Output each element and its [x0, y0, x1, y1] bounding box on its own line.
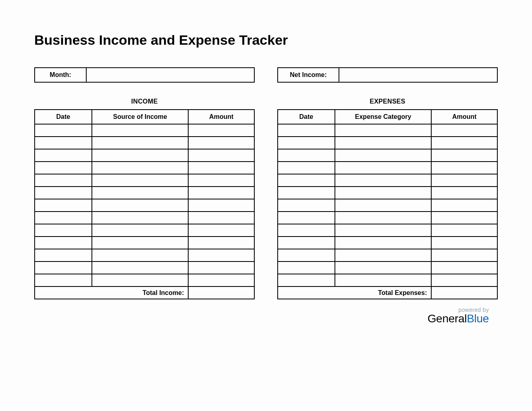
table-row: [35, 124, 254, 137]
table-row: [35, 237, 254, 249]
expenses-cell-desc[interactable]: [335, 162, 432, 174]
expenses-cell-amount[interactable]: [431, 124, 497, 137]
month-label: Month:: [35, 68, 87, 82]
income-cell-amount[interactable]: [188, 174, 254, 187]
table-row: [278, 187, 497, 199]
net-income-box: Net Income:: [277, 67, 498, 83]
income-cell-desc[interactable]: [92, 199, 189, 212]
income-cell-amount[interactable]: [188, 274, 254, 286]
expenses-cell-date[interactable]: [278, 174, 335, 187]
income-cell-amount[interactable]: [188, 249, 254, 262]
income-cell-date[interactable]: [35, 249, 92, 262]
expenses-cell-date[interactable]: [278, 149, 335, 162]
income-cell-desc[interactable]: [92, 212, 189, 224]
expenses-cell-date[interactable]: [278, 262, 335, 274]
expenses-cell-desc[interactable]: [335, 274, 432, 286]
income-cell-desc[interactable]: [92, 174, 189, 187]
income-cell-date[interactable]: [35, 124, 92, 137]
income-total-label: Total Income:: [35, 286, 188, 299]
expenses-cell-amount[interactable]: [431, 137, 497, 149]
table-row: [35, 212, 254, 224]
expenses-cell-desc[interactable]: [335, 199, 432, 212]
table-row: [35, 199, 254, 212]
income-cell-desc[interactable]: [92, 237, 189, 249]
income-cell-desc[interactable]: [92, 249, 189, 262]
expenses-cell-desc[interactable]: [335, 262, 432, 274]
expenses-cell-amount[interactable]: [431, 199, 497, 212]
income-total-row: Total Income:: [35, 286, 254, 299]
expenses-cell-amount[interactable]: [431, 149, 497, 162]
expenses-cell-amount[interactable]: [431, 249, 497, 262]
expenses-cell-amount[interactable]: [431, 187, 497, 199]
income-cell-desc[interactable]: [92, 262, 189, 274]
income-cell-amount[interactable]: [188, 162, 254, 174]
income-cell-date[interactable]: [35, 149, 92, 162]
income-cell-desc[interactable]: [92, 149, 189, 162]
expenses-total-value[interactable]: [431, 286, 497, 299]
income-cell-amount[interactable]: [188, 124, 254, 137]
expenses-cell-amount[interactable]: [431, 274, 497, 286]
income-cell-amount[interactable]: [188, 237, 254, 249]
income-cell-date[interactable]: [35, 137, 92, 149]
expenses-cell-date[interactable]: [278, 187, 335, 199]
expenses-cell-desc[interactable]: [335, 224, 432, 237]
expenses-cell-date[interactable]: [278, 237, 335, 249]
expenses-cell-date[interactable]: [278, 137, 335, 149]
income-cell-amount[interactable]: [188, 149, 254, 162]
expenses-col-category: Expense Category: [335, 110, 432, 124]
expenses-cell-desc[interactable]: [335, 174, 432, 187]
expenses-cell-amount[interactable]: [431, 212, 497, 224]
expenses-cell-desc[interactable]: [335, 237, 432, 249]
income-total-value[interactable]: [188, 286, 254, 299]
expenses-cell-desc[interactable]: [335, 137, 432, 149]
income-cell-date[interactable]: [35, 212, 92, 224]
month-value[interactable]: [87, 68, 254, 82]
income-cell-desc[interactable]: [92, 137, 189, 149]
income-cell-amount[interactable]: [188, 212, 254, 224]
income-cell-desc[interactable]: [92, 224, 189, 237]
table-row: [35, 174, 254, 187]
income-cell-desc[interactable]: [92, 187, 189, 199]
expenses-cell-date[interactable]: [278, 199, 335, 212]
brand-part2: Blue: [467, 312, 489, 325]
expenses-cell-desc[interactable]: [335, 249, 432, 262]
income-cell-desc[interactable]: [92, 274, 189, 286]
income-cell-amount[interactable]: [188, 187, 254, 199]
expenses-total-row: Total Expenses:: [278, 286, 497, 299]
income-cell-amount[interactable]: [188, 137, 254, 149]
income-cell-date[interactable]: [35, 174, 92, 187]
expenses-col-amount: Amount: [431, 110, 497, 124]
income-cell-date[interactable]: [35, 199, 92, 212]
expenses-cell-date[interactable]: [278, 162, 335, 174]
expenses-cell-date[interactable]: [278, 274, 335, 286]
income-cell-amount[interactable]: [188, 262, 254, 274]
income-cell-date[interactable]: [35, 224, 92, 237]
expenses-cell-amount[interactable]: [431, 237, 497, 249]
net-income-value[interactable]: [339, 68, 497, 82]
table-row: [278, 199, 497, 212]
expenses-cell-date[interactable]: [278, 224, 335, 237]
expenses-cell-date[interactable]: [278, 249, 335, 262]
expenses-cell-amount[interactable]: [431, 224, 497, 237]
income-cell-desc[interactable]: [92, 162, 189, 174]
income-cell-date[interactable]: [35, 274, 92, 286]
expenses-cell-amount[interactable]: [431, 262, 497, 274]
expenses-cell-amount[interactable]: [431, 174, 497, 187]
expenses-cell-desc[interactable]: [335, 212, 432, 224]
table-row: [35, 162, 254, 174]
income-table: Date Source of Income Amount Total Incom…: [34, 109, 255, 299]
expenses-cell-desc[interactable]: [335, 149, 432, 162]
income-cell-amount[interactable]: [188, 199, 254, 212]
income-cell-date[interactable]: [35, 187, 92, 199]
expenses-cell-date[interactable]: [278, 212, 335, 224]
income-cell-desc[interactable]: [92, 124, 189, 137]
expenses-cell-desc[interactable]: [335, 187, 432, 199]
income-cell-date[interactable]: [35, 262, 92, 274]
income-cell-date[interactable]: [35, 162, 92, 174]
income-cell-amount[interactable]: [188, 224, 254, 237]
table-row: [35, 187, 254, 199]
expenses-cell-desc[interactable]: [335, 124, 432, 137]
expenses-cell-date[interactable]: [278, 124, 335, 137]
income-cell-date[interactable]: [35, 237, 92, 249]
expenses-cell-amount[interactable]: [431, 162, 497, 174]
